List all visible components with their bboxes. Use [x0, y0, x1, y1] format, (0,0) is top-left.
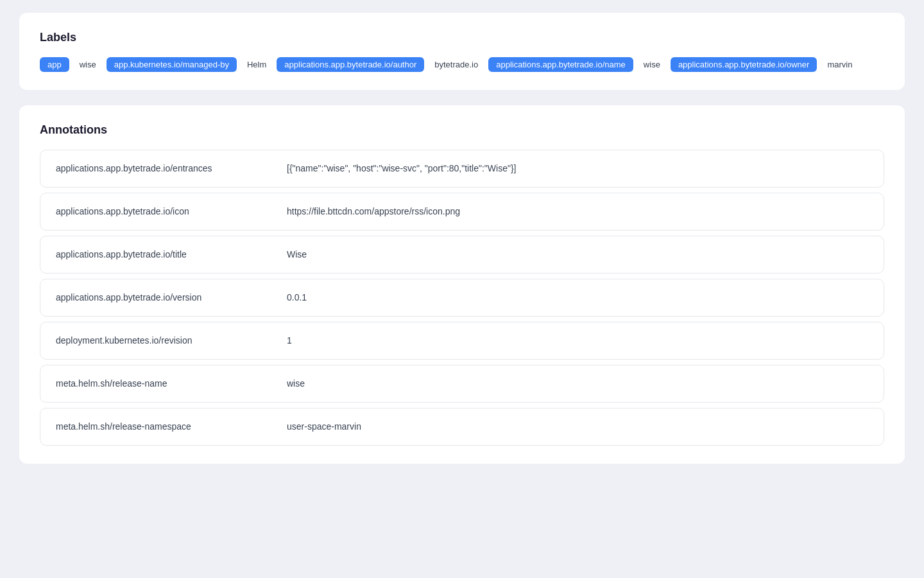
label-item: app	[40, 57, 69, 72]
annotation-row: deployment.kubernetes.io/revision1	[40, 322, 884, 360]
label-item: applications.app.bytetrade.io/owner	[671, 57, 817, 72]
annotation-row: applications.app.bytetrade.io/titleWise	[40, 236, 884, 274]
label-item: applications.app.bytetrade.io/author	[277, 57, 424, 72]
label-item: wise	[74, 57, 101, 72]
annotations-card: Annotations applications.app.bytetrade.i…	[19, 105, 905, 464]
annotation-key: applications.app.bytetrade.io/title	[56, 248, 287, 261]
annotation-value: 0.0.1	[287, 291, 868, 304]
annotation-key: meta.helm.sh/release-name	[56, 377, 287, 390]
annotation-key: deployment.kubernetes.io/revision	[56, 334, 287, 347]
annotation-row: applications.app.bytetrade.io/version0.0…	[40, 279, 884, 317]
annotation-row: meta.helm.sh/release-namespaceuser-space…	[40, 408, 884, 446]
label-item: wise	[638, 57, 665, 72]
annotation-value: [{"name":"wise", "host":"wise-svc", "por…	[287, 162, 868, 175]
annotation-row: applications.app.bytetrade.io/entrances[…	[40, 150, 884, 188]
annotation-value: 1	[287, 334, 868, 347]
annotation-value: user-space-marvin	[287, 420, 868, 434]
annotation-key: applications.app.bytetrade.io/version	[56, 291, 287, 304]
labels-title: Labels	[40, 31, 884, 44]
label-item: Helm	[242, 57, 271, 72]
labels-card: Labels appwiseapp.kubernetes.io/managed-…	[19, 13, 905, 90]
annotation-value: Wise	[287, 248, 868, 261]
annotation-row: applications.app.bytetrade.io/iconhttps:…	[40, 193, 884, 231]
label-item: applications.app.bytetrade.io/name	[488, 57, 633, 72]
annotations-title: Annotations	[40, 123, 884, 137]
annotation-value: wise	[287, 377, 868, 390]
annotations-table: applications.app.bytetrade.io/entrances[…	[40, 150, 884, 446]
label-item: marvin	[822, 57, 857, 72]
labels-container: appwiseapp.kubernetes.io/managed-byHelma…	[40, 57, 884, 72]
annotation-key: meta.helm.sh/release-namespace	[56, 420, 287, 434]
annotation-key: applications.app.bytetrade.io/icon	[56, 205, 287, 218]
annotation-key: applications.app.bytetrade.io/entrances	[56, 162, 287, 175]
label-item: app.kubernetes.io/managed-by	[107, 57, 237, 72]
annotation-value: https://file.bttcdn.com/appstore/rss/ico…	[287, 205, 868, 218]
label-item: bytetrade.io	[429, 57, 483, 72]
annotation-row: meta.helm.sh/release-namewise	[40, 365, 884, 403]
